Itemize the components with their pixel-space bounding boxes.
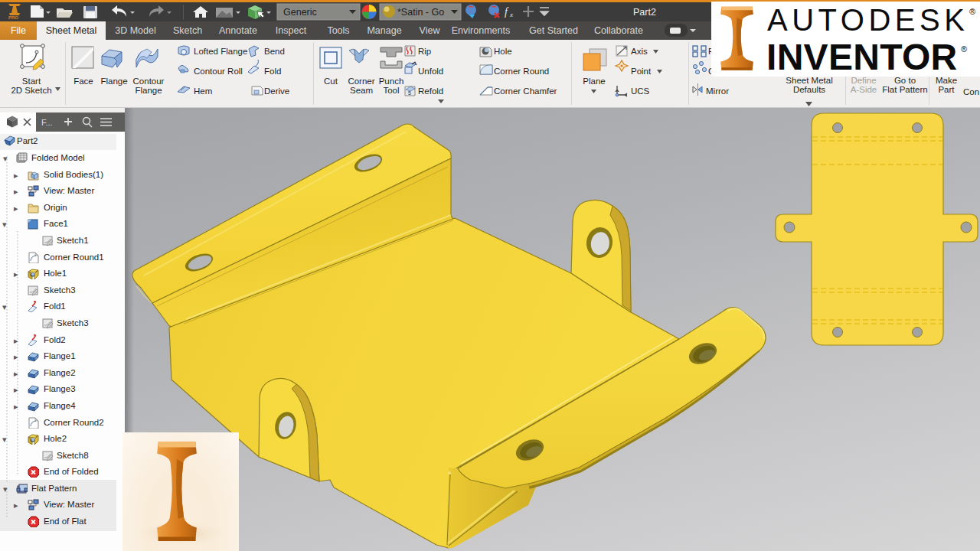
svg-text:®: ® xyxy=(969,7,975,16)
svg-text:AUTODESK: AUTODESK xyxy=(767,3,969,37)
svg-text:INVENTOR: INVENTOR xyxy=(766,37,958,77)
svg-text:F...: F... xyxy=(41,118,53,127)
svg-text:®: ® xyxy=(961,44,967,54)
